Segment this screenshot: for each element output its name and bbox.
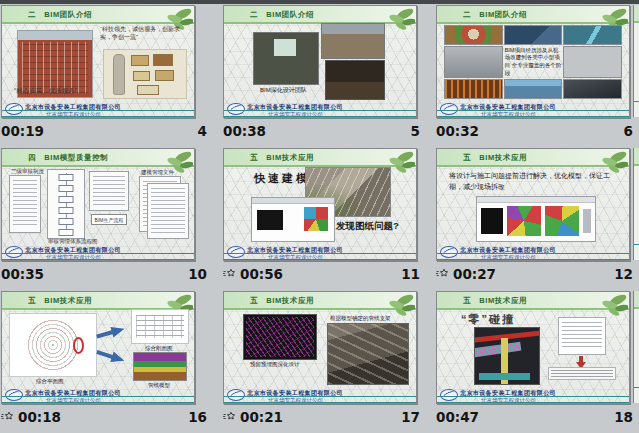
bim-render-thumbnail bbox=[564, 26, 621, 44]
slide-title-bar: 五 BIM技术应用 bbox=[2, 292, 194, 310]
slide-title-bar: 五 BIM技术应用 bbox=[437, 292, 629, 310]
slide-meta-row: 00:38 5 bbox=[223, 121, 420, 141]
headline-text: 快速建模 bbox=[254, 171, 310, 186]
slide-title-bar: 二 BIM团队介绍 bbox=[2, 6, 194, 24]
award-plaque bbox=[134, 72, 149, 80]
slide-number: 17 bbox=[401, 409, 420, 425]
animation-star-icon[interactable] bbox=[223, 411, 236, 423]
colored-plan-view bbox=[304, 207, 328, 231]
section-drawing bbox=[132, 310, 188, 343]
flowchart-panel bbox=[48, 170, 84, 238]
footer-divider bbox=[2, 116, 194, 117]
company-logo-icon bbox=[227, 389, 245, 401]
cad-view bbox=[481, 208, 503, 234]
body-paragraph: 将设计与施工问题提前进行解决，优化模型，保证工期，减少现场拆改 bbox=[449, 170, 619, 192]
slide-body: 三级审核制度 建模管理文件 BIM生产流程 审核管理体系流程图 bbox=[2, 167, 194, 245]
slide-footer: 北京市设备安装工程集团有限公司 北京华安工程设计公司 bbox=[224, 388, 416, 403]
slide-thumbnail-18[interactable]: 五 BIM技术应用 “零”碰撞 北京市设备安装工程集团有限公司 bbox=[436, 291, 630, 404]
bim-render-thumbnail bbox=[445, 47, 502, 78]
standards-page bbox=[148, 184, 188, 238]
slide-footer: 北京市设备安装工程集团有限公司 北京华安工程设计公司 bbox=[224, 102, 416, 117]
review-document bbox=[10, 176, 40, 232]
radial-drawing bbox=[26, 318, 80, 372]
footer-divider bbox=[2, 259, 194, 260]
bim-render-thumbnail bbox=[505, 80, 562, 98]
bim-render-thumbnail bbox=[445, 80, 502, 98]
slide-title-bar: 四 BIM模型质量控制 bbox=[2, 149, 194, 167]
rehearsal-time: 00:38 bbox=[223, 123, 266, 139]
slogan-top: “科技领先，诚信服务，创新求实，争创一流” bbox=[100, 25, 190, 41]
colored-plan-view bbox=[545, 206, 579, 236]
circular-plan-drawing bbox=[10, 314, 96, 376]
slide-meta-row: 00:19 4 bbox=[1, 121, 207, 141]
question-text: 发现图纸问题? bbox=[336, 220, 399, 233]
slide-footer: 北京市设备安装工程集团有限公司 北京华安工程设计公司 bbox=[437, 102, 629, 117]
partial-next-slide-column[interactable] bbox=[633, 291, 639, 403]
footer-divider bbox=[224, 402, 416, 403]
pipeline-model-render bbox=[134, 353, 186, 380]
slide-title: 二 BIM团队介绍 bbox=[463, 10, 527, 20]
management-document bbox=[90, 172, 128, 210]
flowchart-caption: 审核管理体系流程图 bbox=[48, 238, 98, 245]
partial-next-slide-column[interactable] bbox=[633, 5, 639, 117]
trophy-statue bbox=[114, 55, 124, 94]
slide-footer: 北京市设备安装工程集团有限公司 北京华安工程设计公司 bbox=[437, 245, 629, 260]
footer-divider bbox=[437, 259, 629, 260]
slide-thumbnail-11[interactable]: 五 BIM技术应用 快速建模 发现图纸问题? 北京市设备安装工程集团有限公司 北… bbox=[223, 148, 417, 261]
slide-body: BIM深化设计团队 bbox=[224, 24, 416, 102]
award-plaque bbox=[132, 56, 148, 65]
slide-body: 综合平面图 综合剖面图 管线模型 bbox=[2, 310, 194, 388]
slide-thumbnail-10[interactable]: 四 BIM模型质量控制 三级审核制度 建模管理文件 BIM生产流程 审核管理体系… bbox=[1, 148, 195, 261]
slide-thumbnail-4[interactable]: 二 BIM团队介绍 “科技领先，诚信服务，创新求实，争创一流” “精心安装，优质… bbox=[1, 5, 195, 118]
rehearsal-time: 00:47 bbox=[436, 409, 479, 425]
slide-thumbnail-12[interactable]: 五 BIM技术应用 将设计与施工问题提前进行解决，优化模型，保证工期，减少现场拆… bbox=[436, 148, 630, 261]
slide-thumbnail-5[interactable]: 二 BIM团队介绍 BIM深化设计团队 北京市设备安装工程集团有限公司 北京华安… bbox=[223, 5, 417, 118]
slide-cell-18: 五 BIM技术应用 “零”碰撞 北京市设备安装工程集团有限公司 bbox=[426, 290, 639, 433]
slide-cell-12: 五 BIM技术应用 将设计与施工问题提前进行解决，优化模型，保证工期，减少现场拆… bbox=[426, 147, 639, 290]
ceiling-pipes-photo bbox=[328, 324, 408, 384]
slide-title: 五 BIM技术应用 bbox=[250, 153, 314, 163]
software-screenshot bbox=[477, 197, 595, 241]
clash-report-panel bbox=[559, 318, 605, 354]
company-logo-icon bbox=[5, 246, 23, 258]
slide-sorter-view: 二 BIM团队介绍 “科技领先，诚信服务，创新求实，争创一流” “精心安装，优质… bbox=[0, 0, 639, 433]
slide-footer: 北京市设备安装工程集团有限公司 北京华安工程设计公司 bbox=[2, 102, 194, 117]
slide-meta-row: 00:21 17 bbox=[223, 407, 420, 427]
award-plaque bbox=[154, 55, 172, 65]
slide-title-bar: 五 BIM技术应用 bbox=[224, 149, 416, 167]
animation-star-icon[interactable] bbox=[1, 411, 14, 423]
window-title-bar bbox=[252, 198, 334, 204]
teal-units bbox=[479, 373, 530, 380]
slide-cell-6: 二 BIM团队介绍 BIM项目经历涉及从机场改建到各类中小型项目 全专业覆盖的各… bbox=[426, 4, 639, 147]
bim-render-thumbnail bbox=[564, 47, 621, 78]
arrow-icon bbox=[95, 322, 127, 343]
slide-title: 五 BIM技术应用 bbox=[463, 153, 527, 163]
footer-divider bbox=[2, 402, 194, 403]
company-logo-icon bbox=[440, 103, 458, 115]
slide-title-bar: 五 BIM技术应用 bbox=[224, 292, 416, 310]
rehearsal-time: 00:19 bbox=[1, 123, 44, 139]
training-room-photo bbox=[326, 61, 384, 99]
slide-title: 五 BIM技术应用 bbox=[463, 296, 527, 306]
slide-thumbnail-16[interactable]: 五 BIM技术应用 综合平面图 综合剖面图 管线模型 北京市设备安装工程集团有限… bbox=[1, 291, 195, 404]
photo-caption: 根据模型确定的管线支架 bbox=[330, 315, 391, 322]
striped-duct bbox=[475, 342, 521, 358]
process-label: BIM生产流程 bbox=[92, 215, 126, 224]
slide-title: 五 BIM技术应用 bbox=[250, 296, 314, 306]
rehearsal-time: 00:35 bbox=[1, 266, 44, 282]
slide-title: 四 BIM模型质量控制 bbox=[28, 153, 108, 163]
slide-thumbnail-6[interactable]: 二 BIM团队介绍 BIM项目经历涉及从机场改建到各类中小型项目 全专业覆盖的各… bbox=[436, 5, 630, 118]
cad-view bbox=[257, 210, 283, 230]
slide-thumbnail-17[interactable]: 五 BIM技术应用 预留预埋图深化设计 根据模型确定的管线支架 北京市设备安装工… bbox=[223, 291, 417, 404]
footer-divider bbox=[224, 259, 416, 260]
partial-next-slide-column[interactable] bbox=[633, 148, 639, 260]
slogan-bottom: “精心安装，优质服务” bbox=[14, 87, 77, 96]
slide-number: 16 bbox=[188, 409, 207, 425]
slide-footer: 北京市设备安装工程集团有限公司 北京华安工程设计公司 bbox=[224, 245, 416, 260]
document-label: 三级审核制度 bbox=[11, 168, 44, 175]
rehearsal-time: 00:21 bbox=[240, 409, 283, 425]
animation-star-icon[interactable] bbox=[223, 268, 236, 280]
animation-star-icon[interactable] bbox=[436, 268, 449, 280]
honors-collage-photo bbox=[104, 50, 186, 98]
slide-title: 二 BIM团队介绍 bbox=[250, 10, 314, 20]
